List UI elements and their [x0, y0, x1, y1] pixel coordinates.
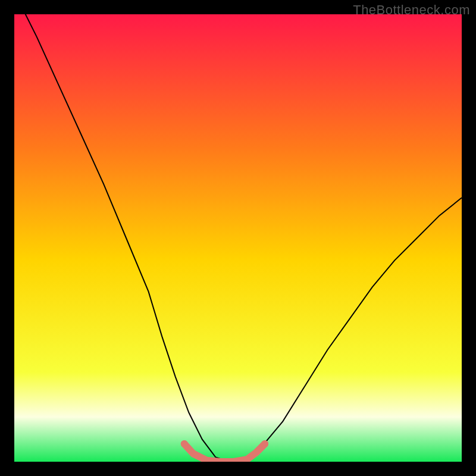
watermark-label: TheBottleneck.com — [353, 2, 470, 18]
chart-plot-area — [14, 14, 462, 462]
highlight-start-dot — [181, 440, 188, 447]
chart-svg — [14, 14, 462, 462]
chart-frame: TheBottleneck.com — [0, 0, 476, 476]
gradient-background — [14, 14, 462, 462]
highlight-end-dot — [261, 440, 268, 447]
